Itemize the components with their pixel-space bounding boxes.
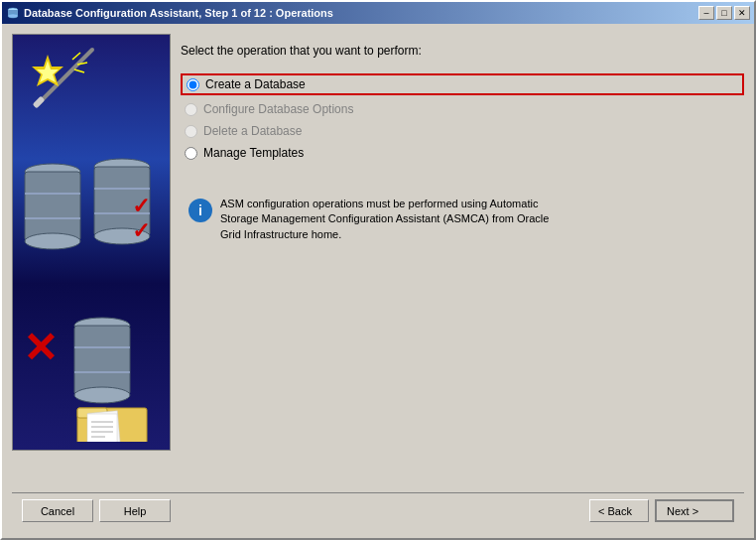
content-area: ✓ ✓ ✕ <box>2 24 754 538</box>
radio-create-input[interactable] <box>187 78 199 91</box>
info-text: ASM configuration operations must be per… <box>220 197 550 242</box>
help-button[interactable]: Help <box>99 499 171 522</box>
svg-text:✕: ✕ <box>23 325 58 371</box>
radio-manage-label[interactable]: Manage Templates <box>203 146 304 160</box>
footer-right-buttons: < Back Next > <box>589 499 734 522</box>
svg-rect-24 <box>74 326 130 395</box>
radio-delete-input <box>185 125 197 138</box>
svg-line-9 <box>74 69 84 72</box>
footer: Cancel Help < Back Next > <box>12 492 744 528</box>
svg-text:✓: ✓ <box>132 218 150 243</box>
window-title: Database Configuration Assistant, Step 1… <box>24 7 333 19</box>
svg-rect-31 <box>87 414 117 442</box>
radio-delete-label: Delete a Database <box>203 124 302 138</box>
illustration-panel: ✓ ✓ ✕ <box>12 34 171 451</box>
svg-text:✓: ✓ <box>132 194 150 218</box>
radio-create-database[interactable]: Create a Database <box>181 73 744 95</box>
main-body: ✓ ✓ ✕ <box>12 34 744 492</box>
svg-rect-11 <box>25 172 80 241</box>
prompt-text: Select the operation that you want to pe… <box>181 44 744 58</box>
right-panel: Select the operation that you want to pe… <box>181 34 744 492</box>
svg-point-25 <box>74 387 130 403</box>
close-button[interactable]: ✕ <box>734 6 750 20</box>
radio-manage-input[interactable] <box>185 147 197 160</box>
svg-point-12 <box>25 233 80 249</box>
radio-delete-database[interactable]: Delete a Database <box>181 123 744 139</box>
main-window: Database Configuration Assistant, Step 1… <box>0 0 756 540</box>
info-box: i ASM configuration operations must be p… <box>181 189 558 250</box>
barrels-bottom-illustration: ✕ <box>18 313 167 442</box>
back-button[interactable]: < Back <box>589 499 649 522</box>
barrels-top-illustration: ✓ ✓ <box>18 154 167 273</box>
window-controls: – □ ✕ <box>698 6 750 20</box>
radio-configure-database[interactable]: Configure Database Options <box>181 101 744 117</box>
footer-left-buttons: Cancel Help <box>22 499 171 522</box>
app-icon <box>6 6 20 20</box>
cancel-button[interactable]: Cancel <box>22 499 93 522</box>
maximize-button[interactable]: □ <box>716 6 732 20</box>
radio-manage-templates[interactable]: Manage Templates <box>181 145 744 161</box>
radio-configure-input <box>185 103 197 116</box>
title-bar: Database Configuration Assistant, Step 1… <box>2 2 754 24</box>
svg-line-7 <box>72 53 80 60</box>
radio-configure-label: Configure Database Options <box>203 102 353 116</box>
radio-group: Create a Database Configure Database Opt… <box>181 73 744 161</box>
next-button[interactable]: Next > <box>655 499 734 522</box>
title-bar-left: Database Configuration Assistant, Step 1… <box>6 6 333 20</box>
wand-illustration <box>23 45 102 124</box>
svg-point-2 <box>8 14 18 18</box>
minimize-button[interactable]: – <box>698 6 714 20</box>
info-icon: i <box>189 199 212 222</box>
radio-create-label[interactable]: Create a Database <box>205 77 306 91</box>
